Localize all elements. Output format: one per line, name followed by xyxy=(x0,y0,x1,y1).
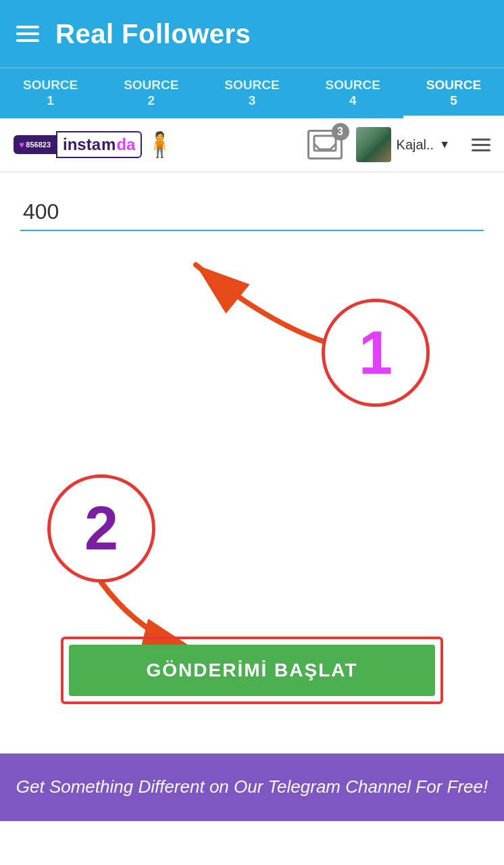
app-title: Real Followers xyxy=(55,19,251,49)
logo-figure-icon: 🧍 xyxy=(145,130,175,159)
logo-heart-icon: ♥ xyxy=(19,139,24,150)
logo-insta: insta xyxy=(63,135,101,154)
tray-svg xyxy=(313,134,337,155)
top-header: Real Followers xyxy=(0,0,504,68)
main-content: 1 2 GÖNDERİMİ BAŞLAT xyxy=(0,172,504,753)
source-tab-4[interactable]: SOURCE4 xyxy=(303,68,403,118)
user-name: Kajal.. xyxy=(397,137,434,153)
source-tab-3[interactable]: SOURCE3 xyxy=(201,68,302,118)
source-tab-1[interactable]: SOURCE1 xyxy=(0,68,101,118)
submit-button[interactable]: GÖNDERİMİ BAŞLAT xyxy=(69,645,435,696)
annotation-number-2: 2 xyxy=(84,498,118,559)
inbox-badge: 3 xyxy=(332,123,349,141)
bottom-banner-text: Get Something Different on Our Telegram … xyxy=(16,774,488,799)
logo-count: 856823 xyxy=(26,141,51,149)
source-tab-5[interactable]: SOURCE5 xyxy=(403,68,504,118)
annotation-circle-2: 2 xyxy=(47,474,155,583)
site-hamburger-icon[interactable] xyxy=(472,139,490,151)
user-area[interactable]: Kajal.. ▼ xyxy=(356,127,450,162)
website-header: ♥ 856823 insta m da 🧍 3 Kajal.. ▼ xyxy=(0,118,504,172)
source-tabs: SOURCE1 SOURCE2 SOURCE3 SOURCE4 SOURCE5 xyxy=(0,68,504,118)
avatar-image xyxy=(356,127,391,162)
hamburger-icon[interactable] xyxy=(16,26,39,42)
annotation-area: 1 2 GÖNDERİMİ BAŞLAT xyxy=(20,245,484,718)
input-wrapper xyxy=(20,193,484,231)
source-tab-2[interactable]: SOURCE2 xyxy=(101,68,201,118)
user-avatar xyxy=(356,127,391,162)
annotation-circle-1: 1 xyxy=(322,299,430,407)
inbox-wrapper[interactable]: 3 xyxy=(307,130,343,159)
button-box: GÖNDERİMİ BAŞLAT xyxy=(61,637,443,704)
bottom-banner[interactable]: Get Something Different on Our Telegram … xyxy=(0,753,504,821)
logo-area: ♥ 856823 insta m da 🧍 xyxy=(14,130,175,159)
quantity-input[interactable] xyxy=(20,193,484,231)
dropdown-arrow-icon[interactable]: ▼ xyxy=(439,139,450,151)
logo-moda: da xyxy=(116,135,135,154)
annotation-number-1: 1 xyxy=(359,322,393,383)
